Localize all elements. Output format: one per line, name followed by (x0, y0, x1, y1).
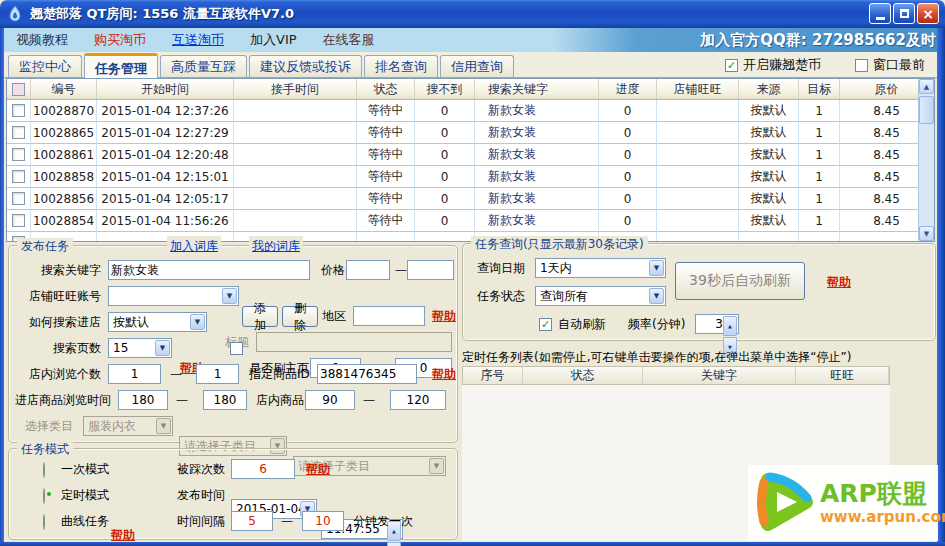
topmost-checkbox[interactable] (855, 59, 868, 72)
browse-min-input[interactable] (108, 364, 161, 384)
price-min-input[interactable] (346, 260, 390, 280)
curve-mode-radio[interactable] (43, 514, 45, 530)
shop-items-max-input[interactable] (390, 390, 446, 410)
row-checkbox[interactable] (12, 148, 25, 161)
tab-monitor-center[interactable]: 监控中心 (8, 55, 82, 77)
tab-rank-query[interactable]: 排名查询 (364, 55, 438, 77)
tab-credit-query[interactable]: 信用查询 (440, 55, 514, 77)
chevron-down-icon[interactable]: ▼ (649, 260, 664, 276)
browse-time-min-input[interactable] (118, 390, 168, 410)
tab-task-management[interactable]: 任务管理 (84, 53, 158, 78)
browse-max-input[interactable] (196, 364, 239, 384)
scroll-up-button[interactable]: ▲ (919, 79, 934, 94)
cell-target: 1 (799, 144, 840, 166)
pages-combo[interactable]: 15 ▼ (108, 338, 172, 358)
window-topmost-option[interactable]: 窗口最前 (855, 56, 925, 74)
col-accept-time[interactable]: 接手时间 (234, 79, 357, 99)
col-id[interactable]: 编号 (31, 79, 97, 99)
interval-min-input[interactable] (231, 511, 273, 531)
auto-refresh-countdown-button[interactable]: 39秒后自动刷新 (675, 262, 805, 300)
my-dict-link[interactable]: 我的词库 (249, 236, 303, 256)
keyword-input[interactable] (108, 260, 310, 280)
query-help-link[interactable]: 帮助 (827, 272, 851, 292)
cell-wangwang (657, 122, 739, 144)
tab-high-quality[interactable]: 高质量互踩 (160, 55, 247, 77)
freq-spinner[interactable]: 3 ▲▼ (695, 314, 739, 334)
menu-send-coins[interactable]: 互送淘币 (172, 31, 224, 49)
cell-target: 1 (799, 166, 840, 188)
chevron-down-icon[interactable]: ▼ (649, 288, 664, 304)
shop-items-min-input[interactable] (305, 390, 355, 410)
hits-input[interactable] (231, 459, 295, 479)
task-table-header: 编号 开始时间 接手时间 状态 搜不到 搜索关键字 进度 店铺旺旺 来源 目标 … (7, 79, 934, 100)
auto-refresh-checkbox[interactable]: ✓ (539, 318, 552, 331)
interval-max-input[interactable] (302, 511, 344, 531)
header-select-all[interactable] (7, 79, 31, 99)
search-mode-combo[interactable]: 按默认 ▼ (108, 312, 207, 332)
row-checkbox[interactable] (12, 214, 25, 227)
cell-id: 10028870 (31, 100, 97, 122)
table-row[interactable]: 10028856 2015-01-04 12:05:17 等待中 0 新款女装 … (7, 188, 934, 210)
menu-buy-coins[interactable]: 购买淘币 (94, 31, 146, 49)
menu-video-tutorial[interactable]: 视频教程 (16, 31, 68, 49)
spin-down-icon[interactable]: ▼ (387, 542, 401, 546)
tab-bar: 监控中心 任务管理 高质量互踩 建议反馈或投诉 排名查询 信用查询 ✓ 开启赚翘… (4, 52, 937, 78)
col-not-found[interactable]: 搜不到 (415, 79, 475, 99)
table-row[interactable]: 10028861 2015-01-04 12:20:48 等待中 0 新款女装 … (7, 144, 934, 166)
menu-online-service[interactable]: 在线客服 (323, 31, 375, 49)
row-checkbox[interactable] (12, 170, 25, 183)
scroll-down-button[interactable]: ▼ (919, 226, 934, 241)
timed-mode-radio[interactable] (43, 488, 45, 504)
table-row[interactable]: 10028854 2015-01-04 11:56:26 等待中 0 新款女装 … (7, 210, 934, 232)
timer-col-wangwang[interactable]: 旺旺 (796, 367, 889, 384)
query-date-combo[interactable]: 1天内 ▼ (535, 258, 666, 278)
col-progress[interactable]: 进度 (599, 79, 657, 99)
tab-feedback[interactable]: 建议反馈或投诉 (249, 55, 362, 77)
pages-label: 搜索页数 (17, 338, 101, 358)
scroll-thumb[interactable] (919, 96, 934, 124)
cell-accept (234, 210, 357, 232)
table-row[interactable]: 10028858 2015-01-04 12:15:01 等待中 0 新款女装 … (7, 166, 934, 188)
chevron-down-icon[interactable]: ▼ (222, 288, 237, 304)
col-status[interactable]: 状态 (357, 79, 415, 99)
minimize-button[interactable] (869, 3, 891, 24)
table-row[interactable]: 10028865 2015-01-04 12:27:29 等待中 0 新款女装 … (7, 122, 934, 144)
browse-time-max-input[interactable] (203, 390, 247, 410)
once-mode-radio[interactable] (43, 462, 45, 478)
hits-help-link[interactable]: 帮助 (306, 459, 330, 479)
select-all-checkbox[interactable] (12, 83, 25, 96)
spin-up-icon[interactable]: ▲ (723, 316, 737, 336)
col-wangwang[interactable]: 店铺旺旺 (657, 79, 739, 99)
add-dict-link[interactable]: 加入词库 (167, 236, 221, 256)
menu-join-vip[interactable]: 加入VIP (250, 31, 297, 49)
timer-col-index[interactable]: 序号 (463, 367, 523, 384)
wangwang-account-combo[interactable]: ▼ (108, 286, 239, 306)
cell-id: 10028854 (31, 210, 97, 232)
item-id-help-link[interactable]: 帮助 (432, 364, 456, 384)
timer-col-keyword[interactable]: 关键字 (643, 367, 796, 384)
task-status-combo[interactable]: 查询所有 ▼ (535, 286, 666, 306)
price-max-input[interactable] (407, 260, 454, 280)
maximize-button[interactable] (893, 3, 915, 24)
col-target[interactable]: 目标 (799, 79, 840, 99)
col-source[interactable]: 来源 (739, 79, 799, 99)
close-button[interactable]: × (917, 3, 939, 24)
timer-col-status[interactable]: 状态 (523, 367, 643, 384)
earn-coin-option[interactable]: ✓ 开启赚翘楚币 (725, 56, 821, 74)
chevron-down-icon[interactable]: ▼ (190, 314, 205, 330)
item-id-input[interactable] (317, 364, 417, 384)
row-checkbox[interactable] (12, 126, 25, 139)
cell-keyword: 新款女装 (475, 210, 599, 232)
table-scrollbar[interactable]: ▲ ▼ (918, 79, 934, 241)
col-keyword[interactable]: 搜索关键字 (475, 79, 599, 99)
table-row[interactable]: 10028870 2015-01-04 12:37:26 等待中 0 新款女装 … (7, 100, 934, 122)
task-mode-group: 任务模式 一次模式 被踩次数 帮助 定时模式 发布时间 2015-01-04 ▼… (8, 448, 458, 540)
earn-coin-label: 开启赚翘楚币 (743, 56, 821, 74)
row-checkbox[interactable] (12, 104, 25, 117)
main-page-checkbox[interactable] (230, 342, 243, 355)
mode-help-link[interactable]: 帮助 (111, 525, 135, 545)
chevron-down-icon[interactable]: ▼ (155, 340, 170, 356)
earn-coin-checkbox[interactable]: ✓ (725, 59, 738, 72)
col-start-time[interactable]: 开始时间 (97, 79, 234, 99)
row-checkbox[interactable] (12, 192, 25, 205)
